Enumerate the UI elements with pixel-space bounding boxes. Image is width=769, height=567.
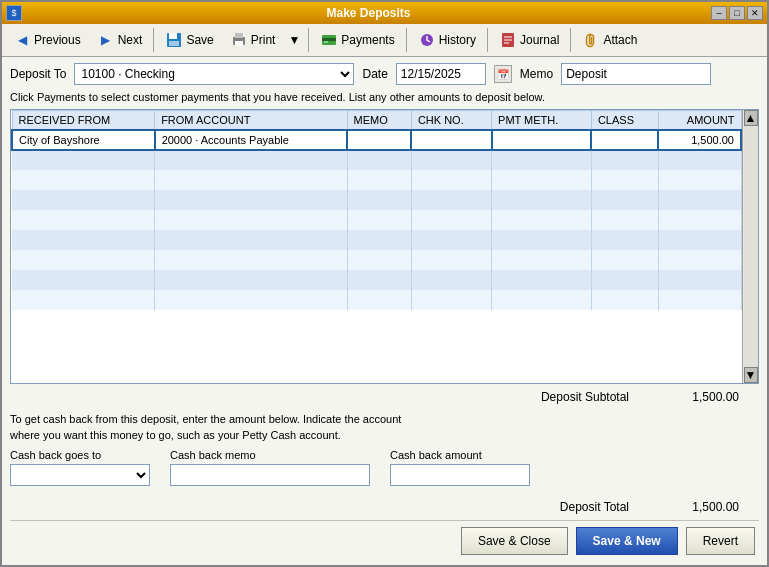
close-button[interactable]: ✕ [747,6,763,20]
table-row[interactable] [12,150,757,170]
sep5 [570,28,571,52]
cashback-amount-input[interactable] [390,464,530,486]
save-close-button[interactable]: Save & Close [461,527,568,555]
cashback-amount-label: Cash back amount [390,449,530,461]
cell-pmt-meth [492,130,592,150]
print-dropdown-icon: ▼ [288,33,300,47]
total-row: Deposit Total 1,500.00 [10,496,759,520]
cashback-memo-group: Cash back memo [170,449,370,486]
subtotal-label: Deposit Subtotal [541,390,629,404]
cashback-goes-to-label: Cash back goes to [10,449,150,461]
table-row[interactable] [12,250,757,270]
cashback-section: To get cash back from this deposit, ente… [10,408,759,496]
scroll-down-button[interactable]: ▼ [744,367,758,383]
save-button[interactable]: Save [158,27,220,53]
deposit-to-label: Deposit To [10,67,66,81]
history-label: History [439,33,476,47]
sep3 [406,28,407,52]
journal-button[interactable]: Journal [492,27,566,53]
app-icon: $ [6,5,22,21]
col-amount: AMOUNT [658,111,741,131]
main-window: $ Make Deposits – □ ✕ ◀ Previous ▶ Next … [0,0,769,567]
cell-memo [347,130,411,150]
cashback-amount-group: Cash back amount [390,449,530,486]
total-value: 1,500.00 [669,500,739,514]
print-label: Print [251,33,276,47]
scroll-up-button[interactable]: ▲ [744,110,758,126]
history-icon [418,31,436,49]
scroll-track [744,126,758,367]
payments-button[interactable]: Payments [313,27,401,53]
previous-label: Previous [34,33,81,47]
previous-icon: ◀ [13,31,31,49]
journal-icon [499,31,517,49]
attach-icon [582,31,600,49]
attach-button[interactable]: Attach [575,27,644,53]
save-icon [165,31,183,49]
cell-chk-no [411,130,491,150]
memo-label: Memo [520,67,553,81]
table-row[interactable]: City of Bayshore 20000 · Accounts Payabl… [12,130,757,150]
col-memo: MEMO [347,111,411,131]
subtotal-row: Deposit Subtotal 1,500.00 [10,384,759,408]
table-row[interactable] [12,210,757,230]
cell-from-account: 20000 · Accounts Payable [155,130,347,150]
subtotal-value: 1,500.00 [669,390,739,404]
maximize-button[interactable]: □ [729,6,745,20]
table-row[interactable] [12,290,757,310]
window-title: Make Deposits [26,6,711,20]
button-row: Save & Close Save & New Revert [10,520,759,559]
cell-amount: 1,500.00 [658,130,741,150]
window-controls: – □ ✕ [711,6,763,20]
next-label: Next [118,33,143,47]
sep4 [487,28,488,52]
cashback-memo-input[interactable] [170,464,370,486]
table-row[interactable] [12,230,757,250]
col-from-account: FROM ACCOUNT [155,111,347,131]
next-button[interactable]: ▶ Next [90,27,150,53]
sep1 [153,28,154,52]
save-new-button[interactable]: Save & New [576,527,678,555]
date-input[interactable] [396,63,486,85]
attach-label: Attach [603,33,637,47]
svg-rect-7 [322,38,336,41]
next-icon: ▶ [97,31,115,49]
memo-input[interactable] [561,63,711,85]
svg-rect-8 [324,41,328,43]
payments-icon [320,31,338,49]
total-label: Deposit Total [560,500,629,514]
save-label: Save [186,33,213,47]
svg-rect-2 [169,41,179,46]
table-row[interactable] [12,270,757,290]
title-bar: $ Make Deposits – □ ✕ [2,2,767,24]
minimize-button[interactable]: – [711,6,727,20]
table-scrollbar[interactable]: ▲ ▼ [742,110,758,383]
form-row: Deposit To 10100 · Checking Date 📅 Memo [10,63,759,85]
svg-rect-1 [169,33,177,39]
calendar-icon[interactable]: 📅 [494,65,512,83]
table-row[interactable] [12,170,757,190]
deposit-to-select[interactable]: 10100 · Checking [74,63,354,85]
table-row[interactable] [12,190,757,210]
toolbar: ◀ Previous ▶ Next Save Print ▼ [2,24,767,57]
cell-received-from: City of Bayshore [12,130,155,150]
cashback-fields: Cash back goes to Cash back memo Cash ba… [10,449,759,486]
print-button[interactable]: Print [223,27,283,53]
journal-label: Journal [520,33,559,47]
history-button[interactable]: History [411,27,483,53]
revert-button[interactable]: Revert [686,527,755,555]
col-pmt-meth: PMT METH. [492,111,592,131]
print-dropdown-button[interactable]: ▼ [284,27,304,53]
col-chk-no: CHK NO. [411,111,491,131]
cashback-instruction: To get cash back from this deposit, ente… [10,412,759,443]
deposit-table: RECEIVED FROM FROM ACCOUNT MEMO CHK NO. … [11,110,758,310]
previous-button[interactable]: ◀ Previous [6,27,88,53]
col-class: CLASS [591,111,658,131]
cashback-memo-label: Cash back memo [170,449,370,461]
table-header-row: RECEIVED FROM FROM ACCOUNT MEMO CHK NO. … [12,111,757,131]
sep2 [308,28,309,52]
col-received-from: RECEIVED FROM [12,111,155,131]
cashback-goes-to-select[interactable] [10,464,150,486]
date-label: Date [362,67,387,81]
payments-label: Payments [341,33,394,47]
